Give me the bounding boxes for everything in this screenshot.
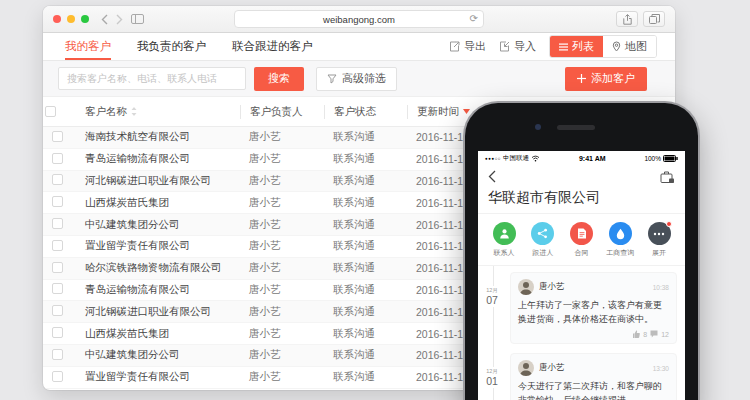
cell-customer-name: 河北钢碳进口职业有限公司	[83, 174, 240, 188]
header-customer-name[interactable]: 客户名称	[83, 105, 240, 119]
back-button[interactable]	[101, 14, 108, 25]
cell-customer-name: 山西煤炭苗氏集团	[83, 327, 240, 341]
phone-screen: ●●●○○ 中国联通 9:41 AM 100% 华联超市有限公司 联系人 跟进人…	[478, 151, 685, 400]
tab-responsible-customers[interactable]: 我负责的客户	[137, 33, 206, 60]
close-window-button[interactable]	[53, 15, 61, 23]
cell-customer-name: 哈尔滨铁路物资物流有限公司	[83, 261, 240, 275]
card-reactions[interactable]: 8 12	[518, 330, 669, 338]
share-icon	[537, 228, 548, 239]
import-button[interactable]: 导入	[499, 39, 536, 54]
row-checkbox[interactable]	[52, 153, 63, 164]
row-checkbox[interactable]	[52, 196, 63, 207]
cell-owner: 唐小艺	[240, 305, 324, 319]
share-button[interactable]	[616, 11, 638, 27]
timeline-item: 12月 07 唐小艺 10:38 上午拜访了一家客户，该客户有意更换进货商，具体…	[510, 272, 677, 344]
row-checkbox[interactable]	[52, 240, 63, 251]
add-customer-button[interactable]: 添加客户	[565, 67, 647, 91]
droplet-icon	[616, 228, 625, 240]
battery-percent: 100%	[644, 155, 661, 162]
header-label: 客户名称	[85, 105, 127, 119]
like-icon	[632, 330, 640, 338]
cell-customer-name: 海南技术航空有限公司	[83, 130, 240, 144]
row-checkbox[interactable]	[52, 305, 63, 316]
cell-customer-name: 青岛运输物流有限公司	[83, 152, 240, 166]
cell-status: 联系沟通	[324, 283, 407, 297]
cell-status: 联系沟通	[324, 218, 407, 232]
carrier-label: 中国联通	[503, 154, 529, 163]
row-checkbox[interactable]	[52, 283, 63, 294]
followup-card[interactable]: 唐小艺 13:30 今天进行了第二次拜访，和客户聊的非常愉快，后续会继续跟进。	[510, 353, 677, 400]
followup-card[interactable]: 唐小艺 10:38 上午拜访了一家客户，该客户有意更换进货商，具体价格还在商谈中…	[510, 272, 677, 344]
back-chevron-icon[interactable]	[488, 170, 496, 183]
cell-owner: 唐小艺	[240, 196, 324, 210]
export-button[interactable]: 导出	[449, 39, 486, 54]
phone-status-bar: ●●●○○ 中国联通 9:41 AM 100%	[478, 151, 685, 166]
phone-action-item[interactable]: 跟进人	[527, 222, 559, 258]
cell-owner: 唐小艺	[240, 174, 324, 188]
filter-label: 高级筛选	[342, 71, 386, 86]
map-label: 地图	[625, 39, 647, 54]
map-view-button[interactable]: 地图	[603, 36, 656, 57]
document-icon	[577, 228, 587, 239]
card-text: 今天进行了第二次拜访，和客户聊的非常愉快，后续会继续跟进。	[518, 380, 669, 400]
row-checkbox[interactable]	[52, 349, 63, 360]
briefcase-icon[interactable]	[660, 170, 675, 184]
list-icon	[559, 43, 568, 51]
header-label: 客户负责人	[250, 105, 303, 119]
page-tabbar: 我的客户 我负责的客户 联合跟进的客户 导出 导入 列表 地图	[43, 33, 675, 61]
select-all-checkbox[interactable]	[45, 106, 56, 117]
wifi-icon	[531, 155, 540, 162]
cell-owner: 唐小艺	[240, 370, 324, 384]
tab-label: 联合跟进的客户	[232, 39, 313, 54]
cell-owner: 唐小艺	[240, 261, 324, 275]
search-button[interactable]: 搜索	[254, 67, 304, 91]
url-text: weibangong.com	[323, 14, 395, 25]
address-bar[interactable]: weibangong.com ⟳	[234, 10, 484, 28]
phone-action-item[interactable]: 合同	[566, 222, 598, 258]
row-checkbox[interactable]	[52, 327, 63, 338]
cell-status: 联系沟通	[324, 370, 407, 384]
forward-button[interactable]	[116, 14, 123, 25]
sidebar-icon[interactable]	[131, 14, 144, 24]
battery-icon	[663, 155, 678, 162]
author-name: 唐小艺	[539, 362, 565, 374]
action-label: 合同	[575, 248, 589, 258]
list-view-button[interactable]: 列表	[550, 36, 603, 57]
row-checkbox[interactable]	[52, 218, 63, 229]
customer-title: 华联超市有限公司	[478, 187, 685, 214]
cell-customer-name: 河北钢碳进口职业有限公司	[83, 305, 240, 319]
comment-count: 12	[661, 331, 669, 338]
phone-action-item[interactable]: 展开	[643, 222, 675, 258]
cell-customer-name: 山西煤炭苗氏集团	[83, 196, 240, 210]
advanced-filter-button[interactable]: 高级筛选	[316, 67, 397, 91]
cell-owner: 唐小艺	[240, 130, 324, 144]
phone-action-item[interactable]: 工商查询	[604, 222, 636, 258]
cell-status: 联系沟通	[324, 305, 407, 319]
row-checkbox[interactable]	[52, 174, 63, 185]
cell-status: 联系沟通	[324, 174, 407, 188]
tab-joint-followup-customers[interactable]: 联合跟进的客户	[232, 33, 313, 60]
row-checkbox[interactable]	[52, 131, 63, 142]
tab-my-customers[interactable]: 我的客户	[65, 33, 111, 60]
cell-owner: 唐小艺	[240, 283, 324, 297]
view-toggle: 列表 地图	[549, 35, 657, 58]
phone-action-item[interactable]: 联系人	[488, 222, 520, 258]
cell-status: 联系沟通	[324, 196, 407, 210]
cell-status: 联系沟通	[324, 348, 407, 362]
followup-timeline: 12月 07 唐小艺 10:38 上午拜访了一家客户，该客户有意更换进货商，具体…	[478, 266, 685, 400]
minimize-window-button[interactable]	[67, 15, 75, 23]
cell-customer-name: 置业留学责任有限公司	[83, 370, 240, 384]
timeline-date: 12月 07	[482, 286, 502, 307]
cell-status: 联系沟通	[324, 152, 407, 166]
reload-icon[interactable]: ⟳	[470, 14, 478, 24]
row-checkbox[interactable]	[52, 371, 63, 382]
zoom-window-button[interactable]	[81, 15, 89, 23]
list-label: 列表	[572, 39, 594, 54]
cell-status: 联系沟通	[324, 130, 407, 144]
search-input[interactable]	[58, 67, 246, 90]
tabs-overview-button[interactable]	[643, 11, 665, 27]
date-day: 01	[482, 376, 502, 387]
row-checkbox[interactable]	[52, 262, 63, 273]
import-icon	[499, 41, 510, 52]
cell-status: 联系沟通	[324, 239, 407, 253]
